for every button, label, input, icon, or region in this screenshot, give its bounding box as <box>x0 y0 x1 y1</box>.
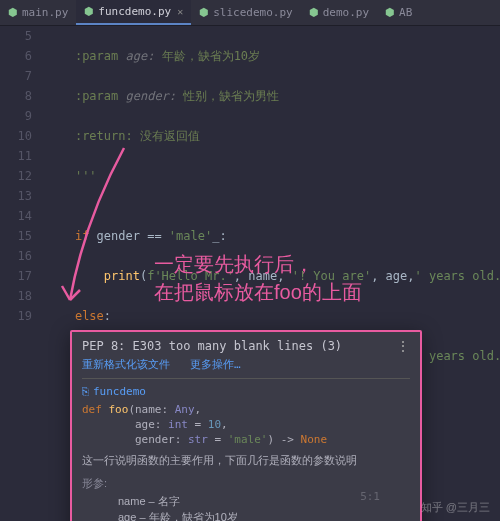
editor-tabs: ⬢ main.py ⬢ funcdemo.py ✕ ⬢ slicedemo.py… <box>0 0 500 26</box>
python-icon: ⬢ <box>8 6 18 19</box>
line-gutter: 5 6 7 8 9 10 11 12 13 14 15 16 17 18 19 <box>0 26 42 521</box>
line-no: 10 <box>0 126 32 146</box>
close-icon[interactable]: ✕ <box>177 6 183 17</box>
function-signature: def foo(name: Any, age: int = 10, gender… <box>82 402 410 447</box>
line-no: 5 <box>0 26 32 46</box>
line-no: 7 <box>0 66 32 86</box>
python-icon: ⬢ <box>84 5 94 18</box>
file-icon: ⎘ <box>82 385 89 398</box>
context-menu-icon[interactable]: ⋮ <box>396 338 410 354</box>
code-line: :return: 没有返回值 <box>46 126 500 146</box>
line-no: 11 <box>0 146 32 166</box>
line-no: 12 <box>0 166 32 186</box>
tab-demo[interactable]: ⬢ demo.py <box>301 0 377 25</box>
code-line: if gender == 'male'_: <box>46 226 500 246</box>
code-line: ''' <box>46 166 500 186</box>
tab-label: funcdemo.py <box>98 5 171 18</box>
param-row: age – 年龄，缺省为10岁 <box>118 509 410 521</box>
line-no: 16 <box>0 246 32 266</box>
code-line: :param age: 年龄，缺省为10岁 <box>46 46 500 66</box>
watermark: 知乎 @三月三 <box>421 500 490 515</box>
tab-main[interactable]: ⬢ main.py <box>0 0 76 25</box>
tab-label: main.py <box>22 6 68 19</box>
line-no: 17 <box>0 266 32 286</box>
line-no: 15 <box>0 226 32 246</box>
more-actions-link[interactable]: 更多操作… <box>190 358 241 371</box>
line-no: 18 <box>0 286 32 306</box>
code-line: else: <box>46 306 500 326</box>
right-fade <box>482 26 500 146</box>
tab-label: slicedemo.py <box>213 6 292 19</box>
inspection-title: PEP 8: E303 too many blank lines (3) <box>82 339 342 353</box>
python-icon: ⬢ <box>199 6 209 19</box>
line-no: 19 <box>0 306 32 326</box>
line-no: 14 <box>0 206 32 226</box>
caret-position: 5:1 <box>360 490 380 503</box>
breadcrumb[interactable]: funcdemo <box>93 385 146 398</box>
reformat-link[interactable]: 重新格式化该文件 <box>82 358 170 371</box>
code-line: :param gender: 性别，缺省为男性 <box>46 86 500 106</box>
line-no: 6 <box>0 46 32 66</box>
tab-label: AB <box>399 6 412 19</box>
doc-description: 这一行说明函数的主要作用，下面几行是函数的参数说明 <box>82 453 410 468</box>
tab-funcdemo[interactable]: ⬢ funcdemo.py ✕ <box>76 0 191 25</box>
tab-label: demo.py <box>323 6 369 19</box>
tab-slicedemo[interactable]: ⬢ slicedemo.py <box>191 0 300 25</box>
line-no: 13 <box>0 186 32 206</box>
tab-partial[interactable]: ⬢ AB <box>377 0 420 25</box>
line-no: 8 <box>0 86 32 106</box>
params-label: 形参: <box>82 477 107 489</box>
python-icon: ⬢ <box>309 6 319 19</box>
line-no: 9 <box>0 106 32 126</box>
python-icon: ⬢ <box>385 6 395 19</box>
code-line: print(f'Hello Mr.', name, '! You are', a… <box>46 266 500 286</box>
